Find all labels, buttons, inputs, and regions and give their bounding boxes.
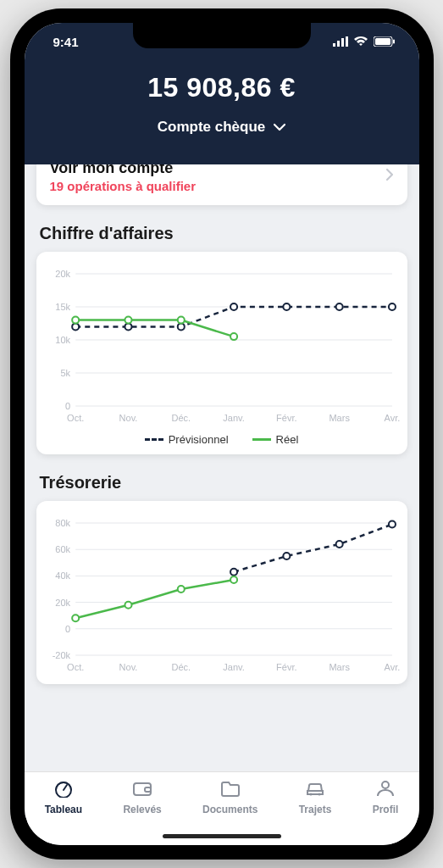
svg-text:Avr.: Avr. xyxy=(384,413,400,423)
section-title-revenue: Chiffre d'affaires xyxy=(40,224,407,243)
svg-rect-63 xyxy=(134,783,151,795)
svg-point-24 xyxy=(72,323,79,330)
status-time: 9:41 xyxy=(53,35,79,49)
signal-icon xyxy=(333,35,348,49)
svg-point-31 xyxy=(72,317,79,324)
tab-label: Profil xyxy=(373,804,399,815)
svg-text:Déc.: Déc. xyxy=(171,662,191,672)
wifi-icon xyxy=(353,35,368,49)
wallet-icon xyxy=(131,779,153,800)
svg-point-57 xyxy=(388,521,395,528)
car-icon xyxy=(304,779,326,800)
svg-point-34 xyxy=(230,333,237,340)
account-label: Compte chèque xyxy=(158,119,266,136)
svg-point-58 xyxy=(72,615,79,621)
svg-point-55 xyxy=(283,553,290,559)
tab-label: Tableau xyxy=(45,804,82,815)
battery-icon xyxy=(374,35,396,49)
folder-icon xyxy=(219,779,241,800)
svg-rect-6 xyxy=(393,39,395,43)
svg-point-26 xyxy=(177,323,184,330)
svg-text:Avr.: Avr. xyxy=(384,662,400,672)
phone-frame: 9:41 15 908,86 € xyxy=(10,8,434,860)
legend-label: Prévisionnel xyxy=(169,433,229,446)
tab-label: Trajets xyxy=(299,804,332,815)
svg-point-56 xyxy=(335,541,342,548)
svg-rect-0 xyxy=(333,43,335,47)
svg-point-32 xyxy=(125,317,131,324)
view-account-card[interactable]: Voir mon compte 19 opérations à qualifie… xyxy=(36,164,407,205)
svg-text:Févr.: Févr. xyxy=(276,662,297,672)
svg-text:5k: 5k xyxy=(60,368,70,378)
svg-point-67 xyxy=(382,782,389,788)
legend-item-previsionnel: Prévisionnel xyxy=(145,433,229,446)
dashboard-icon xyxy=(53,779,75,800)
svg-text:80k: 80k xyxy=(55,518,70,528)
svg-point-66 xyxy=(318,793,321,796)
svg-rect-2 xyxy=(341,38,344,47)
balance-amount: 15 908,86 € xyxy=(25,72,419,103)
svg-rect-5 xyxy=(375,38,390,45)
svg-point-61 xyxy=(230,576,237,583)
svg-text:10k: 10k xyxy=(55,335,70,345)
swatch-solid-icon xyxy=(252,438,271,441)
svg-text:Janv.: Janv. xyxy=(223,662,245,672)
svg-point-65 xyxy=(310,793,313,796)
section-title-treasury: Trésorerie xyxy=(40,473,407,492)
treasury-chart: -20k020k40k60k80kOct.Nov.Déc.Janv.Févr.M… xyxy=(43,515,401,676)
header: 15 908,86 € Compte chèque xyxy=(25,60,419,164)
tab-label: Relevés xyxy=(123,804,161,815)
svg-text:Oct.: Oct. xyxy=(67,662,84,672)
treasury-chart-card: -20k020k40k60k80kOct.Nov.Déc.Janv.Févr.M… xyxy=(36,501,407,684)
chevron-right-icon xyxy=(385,168,394,185)
revenue-legend: Prévisionnel Réel xyxy=(43,433,401,446)
account-card-title: Voir mon compte xyxy=(50,164,197,177)
tab-tableau[interactable]: Tableau xyxy=(45,779,82,815)
svg-text:0: 0 xyxy=(64,624,69,634)
account-card-subtitle: 19 opérations à qualifier xyxy=(50,179,197,193)
svg-text:60k: 60k xyxy=(55,544,70,554)
swatch-dashed-icon xyxy=(145,438,163,441)
svg-point-30 xyxy=(388,303,395,310)
legend-item-reel: Réel xyxy=(252,433,299,446)
person-icon xyxy=(374,779,396,800)
svg-point-60 xyxy=(177,586,184,593)
svg-rect-3 xyxy=(346,36,348,47)
account-selector[interactable]: Compte chèque xyxy=(158,119,286,136)
svg-rect-64 xyxy=(145,787,151,792)
svg-text:Nov.: Nov. xyxy=(119,413,137,423)
svg-text:Oct.: Oct. xyxy=(67,413,84,423)
svg-text:Nov.: Nov. xyxy=(119,662,137,672)
home-indicator[interactable] xyxy=(163,834,281,838)
svg-text:40k: 40k xyxy=(55,570,70,581)
svg-point-28 xyxy=(283,303,290,310)
svg-text:20k: 20k xyxy=(55,598,70,608)
revenue-chart-card: 05k10k15k20kOct.Nov.Déc.Janv.Févr.MarsAv… xyxy=(36,252,407,454)
main-content: Voir mon compte 19 opérations à qualifie… xyxy=(25,164,419,771)
svg-text:20k: 20k xyxy=(55,269,70,279)
tab-documents[interactable]: Documents xyxy=(202,779,257,815)
tab-trajets[interactable]: Trajets xyxy=(299,779,332,815)
svg-point-27 xyxy=(230,303,237,310)
svg-text:Mars: Mars xyxy=(329,413,350,423)
svg-rect-1 xyxy=(337,41,340,47)
tab-profil[interactable]: Profil xyxy=(373,779,399,815)
svg-point-29 xyxy=(335,303,342,310)
svg-point-25 xyxy=(125,323,131,330)
revenue-chart: 05k10k15k20kOct.Nov.Déc.Janv.Févr.MarsAv… xyxy=(43,265,401,426)
svg-text:0: 0 xyxy=(64,401,69,411)
tab-label: Documents xyxy=(202,804,257,815)
svg-text:Mars: Mars xyxy=(329,662,350,672)
svg-point-54 xyxy=(230,569,237,576)
svg-text:Déc.: Déc. xyxy=(171,413,191,423)
device-notch xyxy=(133,23,311,48)
tab-releves[interactable]: Relevés xyxy=(123,779,161,815)
svg-text:-20k: -20k xyxy=(52,650,70,660)
svg-text:15k: 15k xyxy=(55,302,70,312)
chevron-down-icon xyxy=(274,120,285,135)
svg-text:Janv.: Janv. xyxy=(223,413,245,423)
svg-point-33 xyxy=(177,317,184,324)
svg-point-59 xyxy=(125,602,131,609)
legend-label: Réel xyxy=(276,433,299,446)
svg-text:Févr.: Févr. xyxy=(276,413,297,423)
